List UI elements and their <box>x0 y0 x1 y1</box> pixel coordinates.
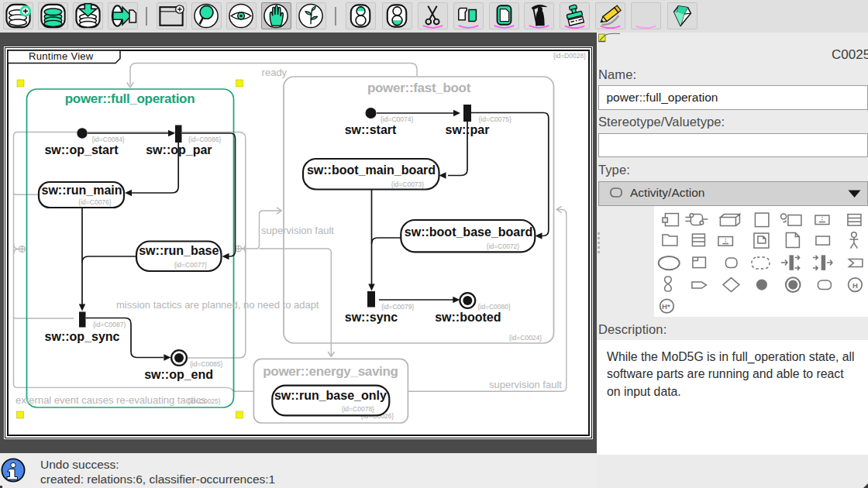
svg-text:{id=C0078}: {id=C0078} <box>342 405 374 413</box>
svg-text:power::energy_saving: power::energy_saving <box>263 364 398 379</box>
svg-text:sw::op_end: sw::op_end <box>144 368 213 381</box>
svg-text:sw::run_base: sw::run_base <box>139 244 219 257</box>
svg-text:sw::start: sw::start <box>345 123 397 136</box>
svg-text:sw::boot_base_board: sw::boot_base_board <box>405 225 532 239</box>
svg-text:power::fast_boot: power::fast_boot <box>367 81 471 95</box>
svg-text:{id=C0072}: {id=C0072} <box>487 242 519 250</box>
svg-text:power::full_operation: power::full_operation <box>65 91 195 106</box>
svg-text:H: H <box>852 281 858 290</box>
svg-text:{id=C0025}: {id=C0025} <box>188 397 220 405</box>
svg-text:sw::op_par: sw::op_par <box>146 143 212 156</box>
svg-text:mission tactics are planned, n: mission tactics are planned, no need to … <box>116 299 319 311</box>
svg-text:sw::run_main: sw::run_main <box>41 184 122 197</box>
svg-text:sw::booted: sw::booted <box>435 311 501 324</box>
svg-text:{id=C0087}: {id=C0087} <box>93 321 126 328</box>
svg-text:sw::boot_main_board: sw::boot_main_board <box>307 163 436 177</box>
svg-text:Runtime View: Runtime View <box>29 50 94 62</box>
svg-text:{id=C0086}: {id=C0086} <box>188 136 221 143</box>
svg-text:{id=C0076}: {id=C0076} <box>78 198 111 206</box>
svg-text:sw::op_start: sw::op_start <box>44 143 119 156</box>
svg-text:{id=C0074}: {id=C0074} <box>381 115 413 123</box>
svg-text:{id=C0073}: {id=C0073} <box>391 180 424 188</box>
svg-text:H*: H* <box>662 303 670 311</box>
svg-text:{id=C0079}: {id=C0079} <box>381 303 414 311</box>
svg-text:supervision fault: supervision fault <box>261 225 334 236</box>
svg-text:{id=C0075}: {id=C0075} <box>479 115 512 123</box>
svg-text:sw::par: sw::par <box>446 123 490 136</box>
svg-text:sw::op_sync: sw::op_sync <box>45 330 120 343</box>
svg-text:external event causes re-evalu: external event causes re-evaluating tact… <box>16 394 206 406</box>
svg-text:supervision fault: supervision fault <box>489 379 562 390</box>
svg-text:{id=D0028}: {id=D0028} <box>553 52 586 60</box>
svg-text:{id=C0077}: {id=C0077} <box>174 261 207 269</box>
svg-text:{id=C0085}: {id=C0085} <box>190 360 222 368</box>
svg-text:{id=C0024}: {id=C0024} <box>509 334 542 342</box>
svg-text:{id=C0080}: {id=C0080} <box>478 303 511 311</box>
svg-text:sw::run_base_only: sw::run_base_only <box>274 389 387 402</box>
svg-text:{id=C0084}: {id=C0084} <box>91 136 124 143</box>
svg-text:sw::sync: sw::sync <box>345 311 398 324</box>
svg-text:ready: ready <box>262 67 288 78</box>
